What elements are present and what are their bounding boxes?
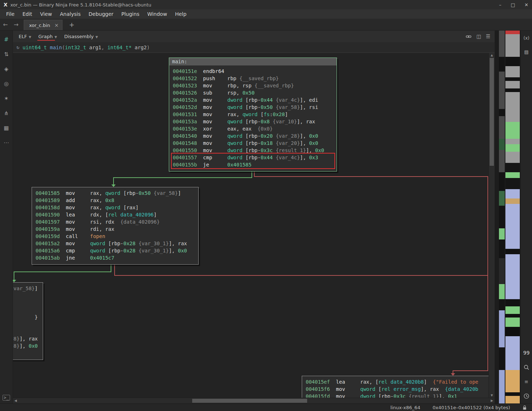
vertical-scroll-thumb[interactable] bbox=[490, 58, 494, 166]
asm-line[interactable]: 8}], 0x0 bbox=[13, 342, 43, 350]
layers-icon[interactable]: ▤ bbox=[524, 49, 528, 55]
minimize-button[interactable]: – bbox=[499, 2, 501, 8]
horizontal-scrollbar[interactable]: ◀ ▶ bbox=[13, 398, 495, 403]
forward-button[interactable]: → bbox=[11, 21, 22, 28]
menu-item-file[interactable]: File bbox=[2, 11, 18, 17]
debugger-icon[interactable]: ✶ bbox=[4, 95, 9, 102]
call-graph-icon[interactable]: ⋔ bbox=[4, 110, 9, 117]
symbols-icon[interactable]: # bbox=[4, 36, 9, 43]
split-view-icon[interactable]: ◫ bbox=[476, 33, 481, 39]
asm-line[interactable]: 004015f6 mov qword [rel error_msg], rax … bbox=[302, 385, 489, 393]
asm-line[interactable] bbox=[13, 299, 43, 306]
feature-map-segment bbox=[505, 139, 520, 145]
scroll-left-icon[interactable]: ◀ bbox=[14, 399, 17, 402]
asm-line[interactable]: 004015a2 mov qword [rbp-0x28 {var_30_1}]… bbox=[32, 240, 198, 247]
back-button[interactable]: ← bbox=[0, 21, 11, 28]
maximize-button[interactable]: □ bbox=[511, 2, 515, 8]
asm-line[interactable] bbox=[13, 306, 43, 314]
reanalyze-icon[interactable]: ↻ bbox=[17, 45, 19, 50]
asm-line[interactable]: 0040159a mov rdi, rax bbox=[32, 225, 198, 233]
asm-line[interactable]: 8}], rax bbox=[13, 335, 43, 342]
asm-line[interactable]: 004015ab jne 0x4015c7 bbox=[32, 254, 198, 261]
asm-line[interactable]: 0040151e endbr64 bbox=[169, 68, 337, 75]
basic-block-left-partial[interactable]: var_58}] } 8}], rax8}], 0x0 bbox=[13, 282, 43, 360]
memory-blocks-icon[interactable]: ▦ bbox=[4, 125, 9, 131]
asm-line[interactable]: 0040152d mov qword [rbp-0x50 {var_58}], … bbox=[169, 104, 337, 111]
graph-edge-green bbox=[251, 172, 252, 177]
asm-line[interactable]: 004015ef lea rax, [rel data_4020b8] {"Fa… bbox=[302, 378, 489, 385]
feature-map[interactable] bbox=[495, 31, 521, 403]
menu-item-window[interactable]: Window bbox=[143, 11, 171, 17]
menu-item-debugger[interactable]: Debugger bbox=[84, 11, 117, 17]
window-close-button[interactable]: ✕ bbox=[524, 2, 528, 8]
feature-map-segment bbox=[505, 172, 520, 178]
link-icon[interactable] bbox=[466, 33, 472, 40]
feature-map-segment bbox=[499, 310, 505, 348]
feature-map-segment bbox=[499, 172, 505, 191]
hamburger-menu-icon[interactable]: ☰ bbox=[486, 33, 490, 39]
asm-line[interactable]: 0040159d call fopen bbox=[32, 233, 198, 240]
tab-close-icon[interactable]: × bbox=[54, 22, 59, 28]
basic-block-main[interactable]: main:0040151e endbr6400401522 push rbp {… bbox=[169, 58, 337, 172]
scroll-down-icon[interactable]: ▼ bbox=[489, 394, 495, 397]
menu-item-analysis[interactable]: Analysis bbox=[56, 11, 85, 17]
asm-line[interactable]: } bbox=[13, 314, 43, 321]
console-icon[interactable]: >_ bbox=[3, 395, 10, 401]
horizontal-scroll-thumb[interactable] bbox=[192, 399, 307, 403]
memory-map-icon[interactable]: ◎ bbox=[4, 81, 9, 87]
asm-line[interactable]: 00401590 lea rdx, [rel data_402096] bbox=[32, 211, 198, 218]
tags-icon[interactable]: ◈ bbox=[4, 66, 9, 72]
tab-xor-c-bin[interactable]: xor_c.bin × bbox=[24, 20, 63, 30]
asm-line[interactable]: 0040153a mov qword [rbp-0x8 {var_10}], r… bbox=[169, 118, 337, 125]
menu-item-edit[interactable]: Edit bbox=[18, 11, 36, 17]
graph-edge-red bbox=[114, 275, 488, 276]
types-icon[interactable]: ⇅ bbox=[4, 51, 9, 58]
menu-item-plugins[interactable]: Plugins bbox=[117, 11, 143, 17]
more-icon[interactable]: ⋯ bbox=[4, 140, 9, 146]
asm-line[interactable] bbox=[13, 292, 43, 299]
asm-line[interactable]: 00401522 push rbp {__saved_rbp} bbox=[169, 75, 337, 82]
menu-item-help[interactable]: Help bbox=[171, 11, 190, 17]
graph-edge-red bbox=[254, 176, 488, 177]
search-icon[interactable] bbox=[523, 364, 529, 370]
asm-line[interactable]: 0040153e xor eax, eax {0x0} bbox=[169, 125, 337, 132]
asm-line[interactable]: 00401531 mov rax, qword [fs:0x28] bbox=[169, 111, 337, 118]
asm-line[interactable]: 00401526 sub rsp, 0x50 bbox=[169, 89, 337, 96]
asm-line[interactable]: 004015a6 cmp qword [rbp-0x28 {var_30_1}]… bbox=[32, 247, 198, 254]
asm-line[interactable]: 00401523 mov rbp, rsp {__saved_rbp} bbox=[169, 82, 337, 89]
feature-map-segment bbox=[505, 34, 520, 56]
asm-line[interactable]: 00401585 mov rax, qword [rbp-0x50 {var_5… bbox=[32, 189, 198, 197]
format-selector[interactable]: ELF▼ bbox=[15, 32, 35, 41]
function-signature[interactable]: uint64_t main(int32_t arg1, int64_t* arg… bbox=[23, 45, 150, 50]
variables-icon[interactable]: (x) bbox=[523, 36, 529, 41]
menu-item-view[interactable]: View bbox=[36, 11, 56, 17]
asm-line[interactable]: 0040152a mov dword [rbp-0x44 {var_4c}], … bbox=[169, 96, 337, 104]
asm-line[interactable]: 00401589 add rax, 0x8 bbox=[32, 197, 198, 204]
basic-block-401585[interactable]: 00401585 mov rax, qword [rbp-0x50 {var_5… bbox=[32, 187, 199, 265]
scroll-right-icon[interactable]: ▶ bbox=[491, 399, 493, 402]
asm-line[interactable]: 00401540 mov qword [rbp-0x20 {var_28}], … bbox=[169, 132, 337, 140]
asm-line[interactable]: 00401597 mov rsi, rdx {data_402096} bbox=[32, 218, 198, 225]
new-tab-button[interactable]: + bbox=[69, 21, 74, 28]
binary-ninja-logo: X bbox=[4, 2, 8, 8]
view-selector-graph[interactable]: Graph▼ bbox=[35, 32, 61, 41]
asm-line[interactable] bbox=[13, 321, 43, 328]
asm-line[interactable]: var_58}] bbox=[13, 285, 43, 292]
asm-line[interactable] bbox=[13, 328, 43, 335]
feature-map-segment bbox=[499, 299, 505, 310]
lock-icon[interactable] bbox=[522, 405, 527, 410]
asm-line[interactable] bbox=[13, 350, 43, 357]
asm-line[interactable]: 004015fd mov dword [rbp-0x3c {result_1}]… bbox=[302, 393, 489, 398]
view-selector-disassembly[interactable]: Disassembly▼ bbox=[61, 32, 102, 41]
feature-map-segment bbox=[505, 88, 520, 92]
graph-canvas[interactable]: main:0040151e endbr6400401522 push rbp {… bbox=[13, 53, 489, 398]
graph-view: main:0040151e endbr6400401522 push rbp {… bbox=[13, 53, 495, 398]
basic-block-4015ef[interactable]: 004015ef lea rax, [rel data_4020b8] {"Fa… bbox=[302, 376, 489, 398]
tag-count-badge[interactable]: 99 bbox=[523, 350, 530, 356]
asm-line[interactable]: 0040158d mov rax, qword [rax] bbox=[32, 204, 198, 211]
asm-line[interactable]: 00401548 mov qword [rbp-0x18 {var_20}], … bbox=[169, 140, 337, 147]
strings-icon[interactable]: ≡ bbox=[524, 379, 528, 384]
vertical-scrollbar[interactable]: ▲ ▼ bbox=[489, 53, 495, 398]
history-icon[interactable] bbox=[523, 393, 529, 399]
scroll-up-icon[interactable]: ▲ bbox=[489, 54, 495, 57]
